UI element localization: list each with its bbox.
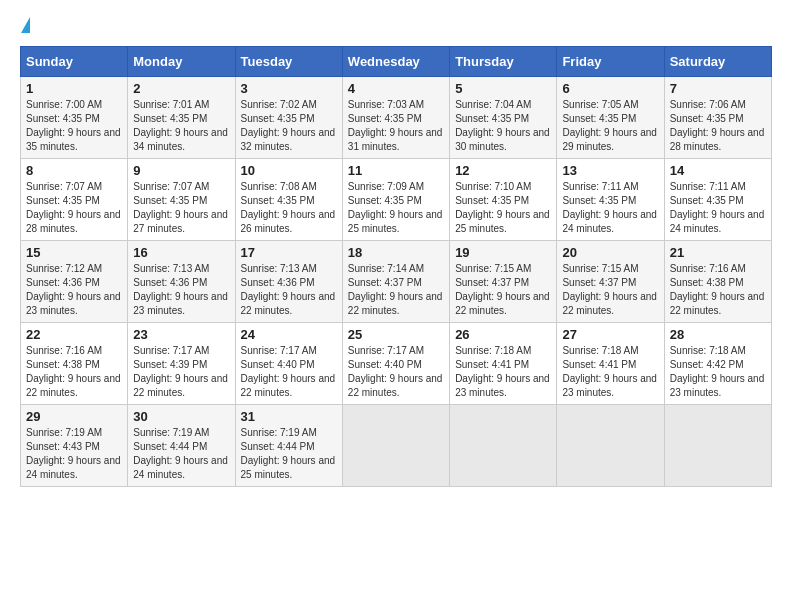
calendar-table: SundayMondayTuesdayWednesdayThursdayFrid… <box>20 46 772 487</box>
cell-day-number: 19 <box>455 245 551 260</box>
calendar-cell: 12 Sunrise: 7:10 AMSunset: 4:35 PMDaylig… <box>450 159 557 241</box>
calendar-header-row: SundayMondayTuesdayWednesdayThursdayFrid… <box>21 47 772 77</box>
cell-day-number: 25 <box>348 327 444 342</box>
cell-day-number: 8 <box>26 163 122 178</box>
calendar-cell: 1 Sunrise: 7:00 AMSunset: 4:35 PMDayligh… <box>21 77 128 159</box>
calendar-cell <box>664 405 771 487</box>
cell-info: Sunrise: 7:10 AMSunset: 4:35 PMDaylight:… <box>455 181 550 234</box>
calendar-cell: 3 Sunrise: 7:02 AMSunset: 4:35 PMDayligh… <box>235 77 342 159</box>
cell-info: Sunrise: 7:11 AMSunset: 4:35 PMDaylight:… <box>562 181 657 234</box>
cell-info: Sunrise: 7:07 AMSunset: 4:35 PMDaylight:… <box>26 181 121 234</box>
cell-info: Sunrise: 7:11 AMSunset: 4:35 PMDaylight:… <box>670 181 765 234</box>
cell-day-number: 30 <box>133 409 229 424</box>
calendar-header-wednesday: Wednesday <box>342 47 449 77</box>
calendar-cell: 30 Sunrise: 7:19 AMSunset: 4:44 PMDaylig… <box>128 405 235 487</box>
cell-info: Sunrise: 7:01 AMSunset: 4:35 PMDaylight:… <box>133 99 228 152</box>
cell-day-number: 24 <box>241 327 337 342</box>
cell-info: Sunrise: 7:17 AMSunset: 4:40 PMDaylight:… <box>348 345 443 398</box>
calendar-header-tuesday: Tuesday <box>235 47 342 77</box>
calendar-cell: 15 Sunrise: 7:12 AMSunset: 4:36 PMDaylig… <box>21 241 128 323</box>
cell-day-number: 18 <box>348 245 444 260</box>
cell-day-number: 26 <box>455 327 551 342</box>
cell-day-number: 14 <box>670 163 766 178</box>
cell-day-number: 22 <box>26 327 122 342</box>
calendar-header-thursday: Thursday <box>450 47 557 77</box>
calendar-cell: 29 Sunrise: 7:19 AMSunset: 4:43 PMDaylig… <box>21 405 128 487</box>
cell-info: Sunrise: 7:19 AMSunset: 4:44 PMDaylight:… <box>133 427 228 480</box>
calendar-cell: 9 Sunrise: 7:07 AMSunset: 4:35 PMDayligh… <box>128 159 235 241</box>
cell-info: Sunrise: 7:15 AMSunset: 4:37 PMDaylight:… <box>455 263 550 316</box>
cell-info: Sunrise: 7:16 AMSunset: 4:38 PMDaylight:… <box>670 263 765 316</box>
cell-info: Sunrise: 7:17 AMSunset: 4:40 PMDaylight:… <box>241 345 336 398</box>
cell-day-number: 6 <box>562 81 658 96</box>
calendar-cell <box>342 405 449 487</box>
calendar-cell: 31 Sunrise: 7:19 AMSunset: 4:44 PMDaylig… <box>235 405 342 487</box>
calendar-cell: 27 Sunrise: 7:18 AMSunset: 4:41 PMDaylig… <box>557 323 664 405</box>
cell-day-number: 7 <box>670 81 766 96</box>
cell-info: Sunrise: 7:06 AMSunset: 4:35 PMDaylight:… <box>670 99 765 152</box>
cell-info: Sunrise: 7:14 AMSunset: 4:37 PMDaylight:… <box>348 263 443 316</box>
calendar-cell: 25 Sunrise: 7:17 AMSunset: 4:40 PMDaylig… <box>342 323 449 405</box>
cell-day-number: 5 <box>455 81 551 96</box>
calendar-header-sunday: Sunday <box>21 47 128 77</box>
cell-day-number: 31 <box>241 409 337 424</box>
cell-info: Sunrise: 7:13 AMSunset: 4:36 PMDaylight:… <box>133 263 228 316</box>
logo <box>20 20 30 36</box>
calendar-cell: 21 Sunrise: 7:16 AMSunset: 4:38 PMDaylig… <box>664 241 771 323</box>
cell-info: Sunrise: 7:09 AMSunset: 4:35 PMDaylight:… <box>348 181 443 234</box>
calendar-cell: 4 Sunrise: 7:03 AMSunset: 4:35 PMDayligh… <box>342 77 449 159</box>
cell-day-number: 27 <box>562 327 658 342</box>
calendar-cell: 13 Sunrise: 7:11 AMSunset: 4:35 PMDaylig… <box>557 159 664 241</box>
cell-info: Sunrise: 7:05 AMSunset: 4:35 PMDaylight:… <box>562 99 657 152</box>
cell-info: Sunrise: 7:19 AMSunset: 4:43 PMDaylight:… <box>26 427 121 480</box>
calendar-cell: 2 Sunrise: 7:01 AMSunset: 4:35 PMDayligh… <box>128 77 235 159</box>
calendar-cell: 11 Sunrise: 7:09 AMSunset: 4:35 PMDaylig… <box>342 159 449 241</box>
calendar-cell: 18 Sunrise: 7:14 AMSunset: 4:37 PMDaylig… <box>342 241 449 323</box>
cell-info: Sunrise: 7:13 AMSunset: 4:36 PMDaylight:… <box>241 263 336 316</box>
calendar-cell: 10 Sunrise: 7:08 AMSunset: 4:35 PMDaylig… <box>235 159 342 241</box>
cell-info: Sunrise: 7:17 AMSunset: 4:39 PMDaylight:… <box>133 345 228 398</box>
calendar-cell: 14 Sunrise: 7:11 AMSunset: 4:35 PMDaylig… <box>664 159 771 241</box>
header <box>20 20 772 36</box>
cell-info: Sunrise: 7:08 AMSunset: 4:35 PMDaylight:… <box>241 181 336 234</box>
cell-day-number: 16 <box>133 245 229 260</box>
calendar-cell: 22 Sunrise: 7:16 AMSunset: 4:38 PMDaylig… <box>21 323 128 405</box>
cell-info: Sunrise: 7:00 AMSunset: 4:35 PMDaylight:… <box>26 99 121 152</box>
calendar-cell <box>557 405 664 487</box>
cell-info: Sunrise: 7:12 AMSunset: 4:36 PMDaylight:… <box>26 263 121 316</box>
cell-day-number: 15 <box>26 245 122 260</box>
cell-info: Sunrise: 7:04 AMSunset: 4:35 PMDaylight:… <box>455 99 550 152</box>
calendar-header-monday: Monday <box>128 47 235 77</box>
calendar-week-row: 22 Sunrise: 7:16 AMSunset: 4:38 PMDaylig… <box>21 323 772 405</box>
calendar-cell <box>450 405 557 487</box>
calendar-week-row: 15 Sunrise: 7:12 AMSunset: 4:36 PMDaylig… <box>21 241 772 323</box>
calendar-cell: 17 Sunrise: 7:13 AMSunset: 4:36 PMDaylig… <box>235 241 342 323</box>
cell-day-number: 23 <box>133 327 229 342</box>
cell-info: Sunrise: 7:07 AMSunset: 4:35 PMDaylight:… <box>133 181 228 234</box>
calendar-week-row: 1 Sunrise: 7:00 AMSunset: 4:35 PMDayligh… <box>21 77 772 159</box>
calendar-cell: 20 Sunrise: 7:15 AMSunset: 4:37 PMDaylig… <box>557 241 664 323</box>
cell-info: Sunrise: 7:02 AMSunset: 4:35 PMDaylight:… <box>241 99 336 152</box>
cell-day-number: 2 <box>133 81 229 96</box>
calendar-cell: 16 Sunrise: 7:13 AMSunset: 4:36 PMDaylig… <box>128 241 235 323</box>
cell-info: Sunrise: 7:18 AMSunset: 4:41 PMDaylight:… <box>562 345 657 398</box>
calendar-cell: 5 Sunrise: 7:04 AMSunset: 4:35 PMDayligh… <box>450 77 557 159</box>
calendar-cell: 23 Sunrise: 7:17 AMSunset: 4:39 PMDaylig… <box>128 323 235 405</box>
calendar-cell: 8 Sunrise: 7:07 AMSunset: 4:35 PMDayligh… <box>21 159 128 241</box>
calendar-header-friday: Friday <box>557 47 664 77</box>
cell-info: Sunrise: 7:16 AMSunset: 4:38 PMDaylight:… <box>26 345 121 398</box>
calendar-cell: 7 Sunrise: 7:06 AMSunset: 4:35 PMDayligh… <box>664 77 771 159</box>
cell-day-number: 3 <box>241 81 337 96</box>
cell-info: Sunrise: 7:03 AMSunset: 4:35 PMDaylight:… <box>348 99 443 152</box>
calendar-cell: 26 Sunrise: 7:18 AMSunset: 4:41 PMDaylig… <box>450 323 557 405</box>
cell-info: Sunrise: 7:15 AMSunset: 4:37 PMDaylight:… <box>562 263 657 316</box>
cell-info: Sunrise: 7:18 AMSunset: 4:41 PMDaylight:… <box>455 345 550 398</box>
cell-day-number: 10 <box>241 163 337 178</box>
calendar-week-row: 29 Sunrise: 7:19 AMSunset: 4:43 PMDaylig… <box>21 405 772 487</box>
cell-day-number: 9 <box>133 163 229 178</box>
cell-info: Sunrise: 7:18 AMSunset: 4:42 PMDaylight:… <box>670 345 765 398</box>
cell-day-number: 17 <box>241 245 337 260</box>
calendar-cell: 19 Sunrise: 7:15 AMSunset: 4:37 PMDaylig… <box>450 241 557 323</box>
cell-day-number: 28 <box>670 327 766 342</box>
calendar-cell: 6 Sunrise: 7:05 AMSunset: 4:35 PMDayligh… <box>557 77 664 159</box>
